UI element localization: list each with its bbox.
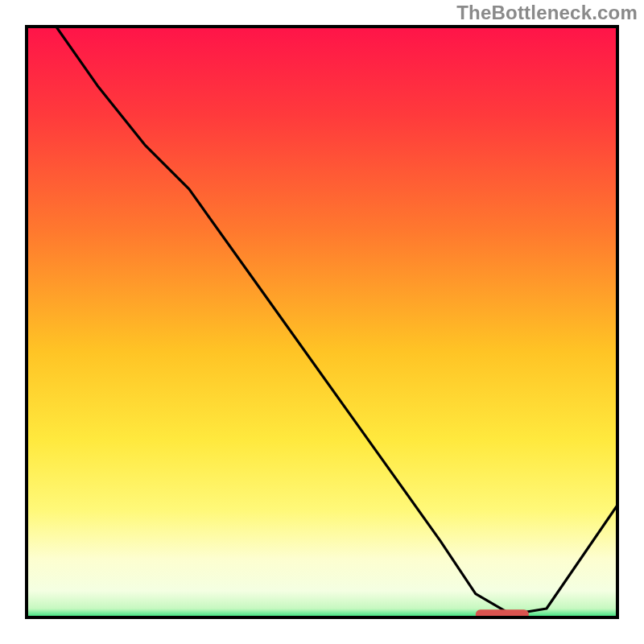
chart-container: TheBottleneck.com (0, 0, 644, 644)
bottleneck-chart (0, 0, 644, 644)
plot-background (27, 27, 617, 617)
